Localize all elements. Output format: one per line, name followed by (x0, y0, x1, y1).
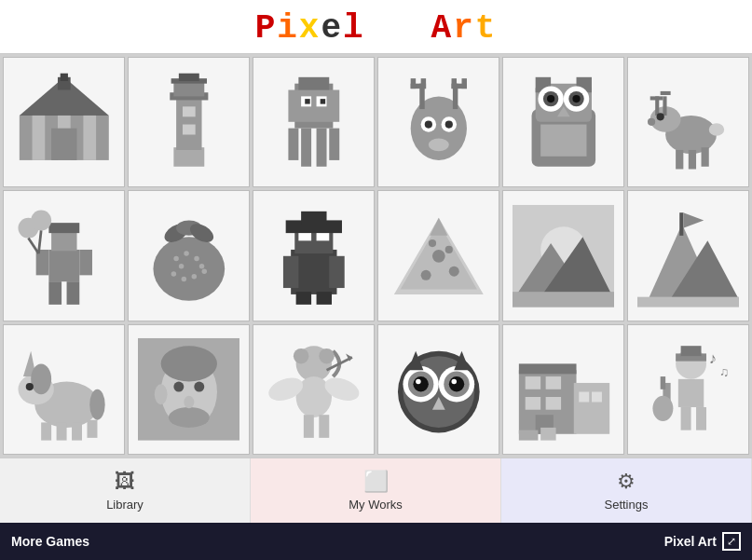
svg-rect-60 (688, 150, 695, 170)
svg-rect-124 (87, 420, 97, 438)
svg-rect-18 (298, 77, 329, 90)
svg-rect-59 (676, 150, 683, 170)
svg-rect-4 (32, 116, 45, 160)
grid-item-unicorn[interactable] (3, 324, 125, 455)
svg-rect-95 (283, 255, 298, 287)
grid-item-strawberry[interactable] (128, 190, 250, 321)
grid-item-mountain-flag[interactable] (627, 190, 749, 321)
svg-point-39 (444, 121, 452, 129)
svg-rect-3 (60, 74, 67, 81)
svg-point-132 (194, 382, 204, 392)
svg-rect-14 (183, 107, 196, 117)
svg-rect-173 (678, 379, 704, 407)
grid-item-knight[interactable] (3, 190, 125, 321)
svg-rect-176 (660, 376, 664, 389)
grid-item-reindeer[interactable] (627, 57, 749, 187)
svg-rect-163 (545, 397, 560, 410)
expand-button[interactable] (722, 532, 741, 551)
svg-marker-106 (430, 217, 447, 235)
svg-point-120 (31, 363, 51, 394)
grid-item-cupid[interactable] (253, 324, 375, 455)
artwork-grid: ♪ ♫ (0, 54, 752, 458)
grid-item-pizza[interactable] (377, 190, 499, 321)
grid-item-ninja[interactable] (253, 190, 375, 321)
svg-point-154 (451, 379, 456, 384)
svg-point-104 (429, 239, 436, 247)
svg-rect-33 (420, 79, 425, 89)
svg-point-73 (31, 210, 51, 230)
svg-rect-35 (461, 79, 466, 89)
svg-point-81 (184, 251, 188, 255)
svg-rect-94 (316, 233, 329, 240)
svg-point-80 (173, 255, 178, 260)
svg-point-101 (432, 250, 445, 263)
more-games-button[interactable]: More Games (11, 534, 89, 549)
svg-point-133 (184, 396, 194, 409)
svg-point-49 (547, 95, 554, 102)
svg-point-38 (424, 121, 431, 129)
svg-rect-26 (320, 99, 324, 103)
svg-point-151 (413, 376, 428, 391)
svg-rect-9 (176, 97, 201, 151)
grid-item-deer[interactable] (377, 57, 499, 187)
svg-point-134 (154, 384, 167, 404)
svg-rect-52 (540, 125, 586, 157)
svg-point-82 (194, 255, 198, 260)
svg-rect-57 (649, 97, 663, 101)
svg-point-175 (652, 396, 673, 421)
svg-rect-93 (298, 233, 311, 240)
nav-settings[interactable]: ⚙ Settings (501, 458, 752, 523)
grid-item-lighthouse[interactable] (128, 57, 250, 187)
svg-point-88 (198, 264, 203, 268)
svg-rect-15 (183, 125, 196, 135)
svg-rect-71 (66, 281, 79, 305)
svg-rect-167 (592, 392, 602, 403)
svg-rect-172 (680, 346, 701, 356)
grid-item-squid[interactable] (253, 57, 375, 187)
svg-rect-8 (173, 148, 204, 168)
grid-item-circus-tent[interactable] (3, 57, 125, 187)
svg-point-144 (319, 348, 334, 363)
svg-text:♫: ♫ (718, 365, 728, 379)
svg-rect-61 (701, 148, 708, 168)
svg-point-129 (160, 346, 216, 381)
svg-rect-180 (696, 407, 706, 430)
svg-point-126 (25, 383, 33, 390)
svg-rect-122 (56, 422, 66, 440)
svg-line-74 (28, 238, 38, 253)
svg-point-125 (89, 389, 104, 420)
svg-point-153 (416, 379, 420, 384)
grid-item-musician[interactable]: ♪ ♫ (627, 324, 749, 455)
nav-library[interactable]: 🖼 Library (0, 458, 251, 523)
footer-bar: More Games Pixel Art (0, 523, 752, 560)
svg-rect-169 (540, 428, 555, 441)
grid-item-owl-face[interactable] (377, 324, 499, 455)
settings-icon: ⚙ (617, 470, 636, 494)
svg-rect-97 (295, 292, 310, 305)
svg-point-83 (201, 268, 206, 273)
svg-rect-22 (329, 129, 339, 160)
svg-point-152 (448, 376, 463, 391)
svg-rect-111 (513, 292, 615, 307)
library-icon: 🖼 (115, 470, 135, 494)
svg-point-103 (448, 266, 458, 276)
svg-rect-159 (519, 363, 577, 374)
grid-item-owl[interactable] (502, 57, 624, 187)
svg-rect-121 (41, 422, 51, 440)
grid-item-mountain-sun[interactable] (502, 190, 624, 321)
svg-point-85 (181, 276, 185, 280)
svg-rect-123 (72, 422, 82, 440)
svg-rect-141 (304, 415, 314, 438)
svg-rect-67 (48, 223, 79, 233)
app-title: Pixel Art (0, 9, 752, 48)
svg-rect-34 (451, 79, 456, 89)
grid-item-building[interactable] (502, 324, 624, 455)
svg-rect-58 (660, 91, 670, 95)
svg-marker-115 (683, 212, 704, 227)
svg-point-102 (420, 270, 431, 280)
nav-myworks[interactable]: ⬜ My Works (251, 458, 501, 523)
svg-rect-116 (637, 296, 740, 307)
grid-item-portrait[interactable] (128, 324, 250, 455)
svg-rect-32 (410, 79, 415, 89)
svg-rect-98 (316, 292, 331, 305)
